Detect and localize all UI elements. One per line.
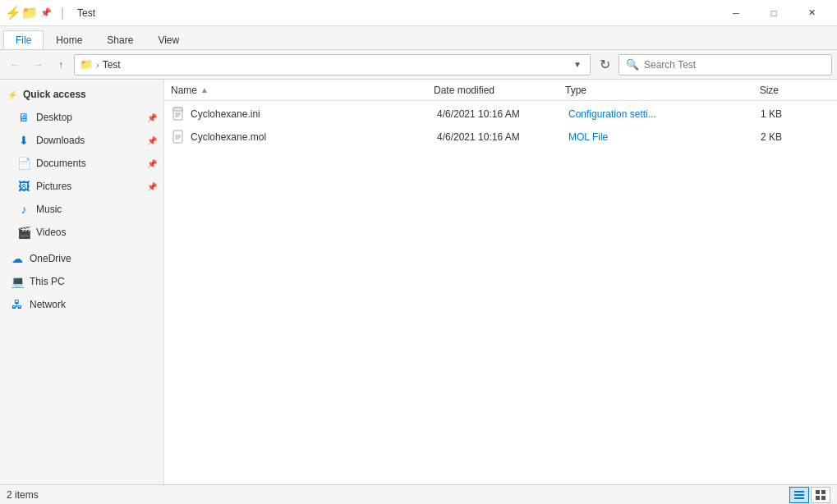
sidebar-item-network[interactable]: 🖧 Network	[0, 293, 163, 316]
ini-file-icon	[171, 106, 187, 122]
status-items-count: 2 items	[7, 489, 39, 501]
file-area: Name ▲ Date modified Type Size	[164, 80, 837, 484]
pin-icon: 📌	[39, 7, 53, 20]
file-size: 1 KB	[716, 108, 782, 120]
svg-rect-11	[794, 497, 804, 499]
sidebar-downloads-label: Downloads	[36, 135, 142, 146]
sidebar-desktop-label: Desktop	[36, 112, 142, 123]
sidebar-pictures-label: Pictures	[36, 181, 142, 192]
table-row[interactable]: Cyclohexane.ini 4/6/2021 10:16 AM Config…	[164, 103, 837, 126]
sidebar-thispc-label: This PC	[30, 276, 157, 287]
svg-rect-9	[794, 491, 804, 493]
tab-file[interactable]: File	[3, 30, 44, 49]
separator: |	[56, 7, 69, 20]
address-row: ← → ↑ 📁 › Test ▼ ↻ 🔍	[0, 50, 837, 80]
sidebar-network-label: Network	[30, 299, 157, 310]
column-header: Name ▲ Date modified Type Size	[164, 80, 837, 101]
sidebar-item-thispc[interactable]: 💻 This PC	[0, 270, 163, 293]
quick-access-expand-icon: ⚡	[5, 87, 20, 102]
sidebar-item-videos[interactable]: 🎬 Videos	[7, 221, 163, 244]
sidebar-item-music[interactable]: ♪ Music	[7, 198, 163, 221]
title-bar-icons: ⚡ 📁 📌 |	[7, 7, 69, 20]
tab-view[interactable]: View	[145, 30, 191, 49]
sidebar: ⚡ Quick access 🖥 Desktop 📌 ⬇ Downloads 📌…	[0, 80, 164, 484]
view-details-button[interactable]	[789, 487, 809, 503]
sidebar-videos-label: Videos	[36, 227, 157, 238]
address-bar[interactable]: 📁 › Test ▼	[74, 54, 591, 76]
sidebar-item-pictures[interactable]: 🖼 Pictures 📌	[7, 175, 163, 198]
col-header-date[interactable]: Date modified	[434, 85, 565, 96]
window-controls: ─ □ ✕	[717, 0, 830, 26]
address-separator: ›	[96, 60, 99, 70]
back-button[interactable]: ←	[5, 55, 25, 75]
main-content: ⚡ Quick access 🖥 Desktop 📌 ⬇ Downloads 📌…	[0, 80, 837, 484]
file-name: Cyclohexane.mol	[191, 131, 437, 143]
pictures-icon: 🖼	[16, 179, 31, 194]
refresh-button[interactable]: ↻	[594, 54, 615, 76]
sidebar-music-label: Music	[36, 204, 157, 215]
search-icon: 🔍	[626, 58, 639, 71]
sort-arrow-icon: ▲	[200, 85, 209, 94]
svg-rect-10	[794, 494, 804, 496]
desktop-icon: 🖥	[16, 110, 31, 125]
view-buttons	[789, 487, 830, 503]
downloads-icon: ⬇	[16, 133, 31, 148]
downloads-pin-icon: 📌	[147, 136, 157, 145]
ribbon-tabs: File Home Share View	[0, 26, 837, 49]
file-date: 4/6/2021 10:16 AM	[437, 108, 568, 120]
svg-rect-14	[816, 496, 820, 500]
address-folder-icon: 📁	[80, 58, 93, 71]
sidebar-documents-label: Documents	[36, 158, 142, 169]
file-type: Configuration setti...	[568, 108, 716, 120]
status-bar: 2 items	[0, 484, 837, 504]
file-size: 2 KB	[716, 131, 782, 143]
address-path: Test	[103, 59, 121, 71]
address-dropdown-icon[interactable]: ▼	[570, 58, 585, 71]
sidebar-item-downloads[interactable]: ⬇ Downloads 📌	[7, 129, 163, 152]
tab-share[interactable]: Share	[94, 30, 145, 49]
ribbon: File Home Share View	[0, 26, 837, 50]
table-row[interactable]: Cyclohexane.mol 4/6/2021 10:16 AM MOL Fi…	[164, 126, 837, 149]
svg-rect-1	[173, 108, 182, 111]
sidebar-quick-access-label: Quick access	[23, 89, 157, 100]
up-button[interactable]: ↑	[51, 55, 71, 75]
folder-icon: 📁	[23, 7, 36, 20]
file-name: Cyclohexane.ini	[191, 108, 437, 120]
file-list: Cyclohexane.ini 4/6/2021 10:16 AM Config…	[164, 101, 837, 484]
col-header-name[interactable]: Name ▲	[171, 85, 434, 96]
maximize-button[interactable]: □	[755, 0, 793, 26]
sidebar-item-documents[interactable]: 📄 Documents 📌	[7, 152, 163, 175]
search-bar[interactable]: 🔍	[619, 54, 832, 76]
onedrive-icon: ☁	[10, 251, 25, 266]
close-button[interactable]: ✕	[793, 0, 830, 26]
thispc-icon: 💻	[10, 274, 25, 289]
mol-file-icon	[171, 129, 187, 145]
forward-button[interactable]: →	[28, 55, 48, 75]
sidebar-item-desktop[interactable]: 🖥 Desktop 📌	[7, 106, 163, 129]
view-large-icons-button[interactable]	[811, 487, 830, 503]
title-bar: ⚡ 📁 📌 | Test ─ □ ✕	[0, 0, 837, 26]
sidebar-quick-access-items: 🖥 Desktop 📌 ⬇ Downloads 📌 📄 Documents 📌 …	[0, 106, 163, 244]
svg-rect-15	[821, 496, 826, 500]
quick-access-icon: ⚡	[7, 7, 20, 20]
svg-rect-13	[821, 490, 826, 494]
title-bar-left: ⚡ 📁 📌 | Test	[7, 7, 95, 20]
window-title: Test	[77, 7, 95, 19]
network-icon: 🖧	[10, 297, 25, 312]
minimize-button[interactable]: ─	[717, 0, 755, 26]
svg-rect-12	[816, 490, 820, 494]
tab-home[interactable]: Home	[44, 30, 94, 49]
col-header-type[interactable]: Type	[565, 85, 713, 96]
documents-pin-icon: 📌	[147, 159, 157, 168]
sidebar-item-onedrive[interactable]: ☁ OneDrive	[0, 247, 163, 270]
pictures-pin-icon: 📌	[147, 182, 157, 191]
file-type: MOL File	[568, 131, 716, 143]
col-header-size[interactable]: Size	[713, 85, 779, 96]
music-icon: ♪	[16, 202, 31, 217]
documents-icon: 📄	[16, 156, 31, 171]
file-date: 4/6/2021 10:16 AM	[437, 131, 568, 143]
sidebar-onedrive-label: OneDrive	[30, 253, 157, 264]
videos-icon: 🎬	[16, 225, 31, 240]
sidebar-header-quick-access[interactable]: ⚡ Quick access	[0, 83, 163, 106]
search-input[interactable]	[644, 59, 825, 71]
